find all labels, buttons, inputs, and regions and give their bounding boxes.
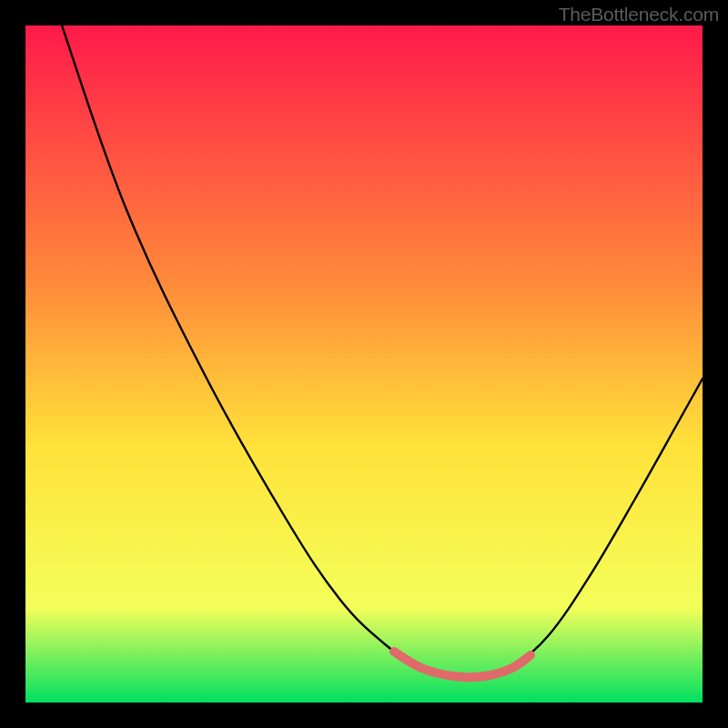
chart-svg (25, 25, 703, 703)
watermark-text: TheBottleneck.com (559, 4, 719, 25)
chart-plot-area (25, 25, 703, 703)
chart-background (25, 25, 703, 703)
